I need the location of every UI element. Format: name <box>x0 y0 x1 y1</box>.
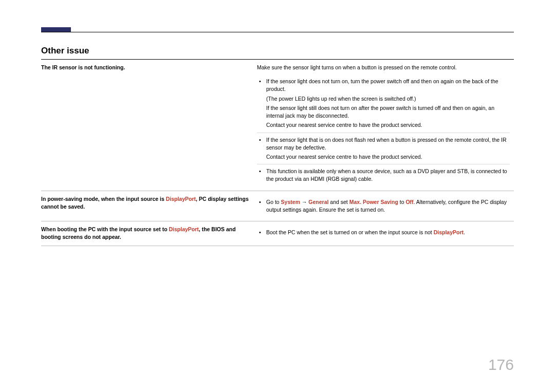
header-accent-bar <box>41 27 71 32</box>
solution-text: Contact your nearest service centre to h… <box>266 153 510 161</box>
solution-text: If the sensor light does not turn on, tu… <box>266 78 498 92</box>
issue-cell: In power-saving mode, when the input sou… <box>41 191 257 221</box>
solution-text: Contact your nearest service centre to h… <box>266 121 510 129</box>
list-item: Go to System → General and set Max. Powe… <box>257 195 510 217</box>
document-page: Other issue The IR sensor is not functio… <box>0 0 555 267</box>
header-rule <box>41 32 514 32</box>
troubleshooting-table: The IR sensor is not functioning. Make s… <box>41 59 514 246</box>
highlight-term: General <box>308 199 328 205</box>
table-row: In power-saving mode, when the input sou… <box>41 191 514 221</box>
list-item: If the sensor light does not turn on, tu… <box>257 74 510 132</box>
issue-cell: The IR sensor is not functioning. <box>41 60 257 191</box>
solution-text: . <box>464 229 465 235</box>
arrow-icon: → <box>300 199 308 205</box>
solution-intro: Make sure the sensor light turns on when… <box>257 64 510 71</box>
page-number: 176 <box>488 356 514 374</box>
solution-list: Go to System → General and set Max. Powe… <box>257 195 510 217</box>
solution-text: (The power LED lights up red when the sc… <box>266 95 510 103</box>
solution-text: Boot the PC when the set is turned on or… <box>266 229 434 235</box>
issue-text: When booting the PC with the input sourc… <box>41 226 169 232</box>
highlight-term: Max. Power Saving <box>349 199 398 205</box>
solution-text: to <box>398 199 406 205</box>
solution-cell: Make sure the sensor light turns on when… <box>257 60 514 191</box>
table-row: When booting the PC with the input sourc… <box>41 221 514 246</box>
solution-text: and set <box>328 199 349 205</box>
solution-list: If the sensor light does not turn on, tu… <box>257 74 510 186</box>
highlight-term: DisplayPort <box>434 229 464 235</box>
issue-text: The IR sensor is not functioning. <box>41 64 125 70</box>
solution-cell: Boot the PC when the set is turned on or… <box>257 221 514 246</box>
issue-text: In power-saving mode, when the input sou… <box>41 196 166 202</box>
list-item: This function is available only when a s… <box>257 164 510 186</box>
solution-list: Boot the PC when the set is turned on or… <box>257 226 510 239</box>
section-title: Other issue <box>41 46 514 56</box>
solution-text: If the sensor light still does not turn … <box>266 104 510 120</box>
solution-text: If the sensor light that is on does not … <box>266 137 507 151</box>
list-item: Boot the PC when the set is turned on or… <box>257 226 510 239</box>
table-row: The IR sensor is not functioning. Make s… <box>41 60 514 191</box>
highlight-term: DisplayPort <box>169 226 199 232</box>
solution-cell: Go to System → General and set Max. Powe… <box>257 191 514 221</box>
solution-text: This function is available only when a s… <box>266 168 507 182</box>
highlight-term: DisplayPort <box>166 196 196 202</box>
list-item: If the sensor light that is on does not … <box>257 133 510 164</box>
highlight-term: System <box>281 199 300 205</box>
issue-cell: When booting the PC with the input sourc… <box>41 221 257 246</box>
highlight-term: Off <box>405 199 413 205</box>
table-row <box>41 246 514 246</box>
solution-text: Go to <box>266 199 281 205</box>
